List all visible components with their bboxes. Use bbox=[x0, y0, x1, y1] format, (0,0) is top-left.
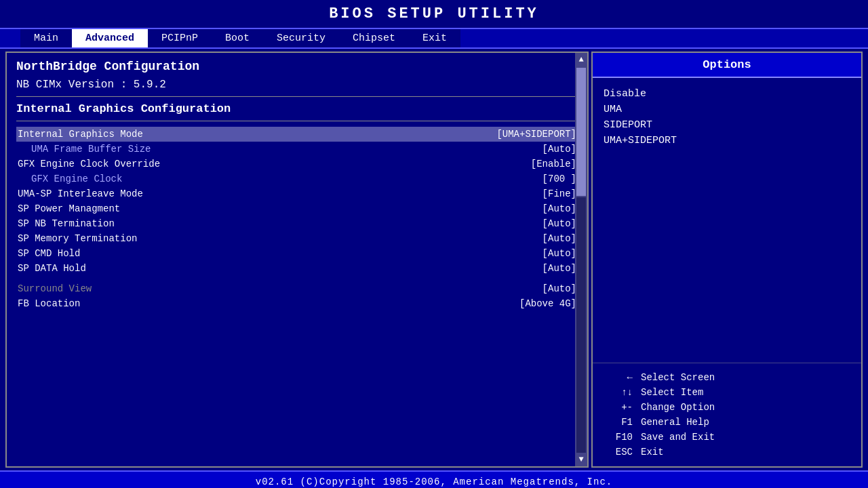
config-label-1: UMA Frame Buffer Size bbox=[18, 144, 151, 155]
option-sideport[interactable]: SIDEPORT bbox=[604, 117, 850, 133]
nav-tab-pcipnp[interactable]: PCIPnP bbox=[148, 29, 212, 47]
config-value-4: [Fine] bbox=[542, 188, 576, 199]
key-esc: ESC bbox=[604, 447, 641, 458]
config-row-8[interactable]: SP CMD Hold [Auto] bbox=[16, 246, 578, 261]
config-row-6[interactable]: SP NB Termination [Auto] bbox=[16, 216, 578, 231]
nav-tab-chipset[interactable]: Chipset bbox=[339, 29, 409, 47]
bios-title: BIOS SETUP UTILITY bbox=[329, 5, 539, 22]
action-select-screen: Select Screen bbox=[641, 372, 715, 383]
keybind-select-item: ↑↓ Select Item bbox=[604, 385, 850, 400]
nav-tab-main[interactable]: Main bbox=[20, 29, 72, 47]
nav-bar: Main Advanced PCIPnP Boot Security Chips… bbox=[0, 28, 868, 49]
version-text: NB CIMx Version : 5.9.2 bbox=[16, 79, 578, 91]
title-bar: BIOS SETUP UTILITY bbox=[0, 0, 868, 28]
divider-1 bbox=[16, 96, 578, 97]
config-label-2: GFX Engine Clock Override bbox=[18, 159, 160, 169]
config-row-3[interactable]: GFX Engine Clock [700 ] bbox=[16, 171, 578, 186]
config-label-0: Internal Graphics Mode bbox=[18, 129, 143, 140]
action-exit: Exit bbox=[641, 447, 664, 458]
config-label-7: SP Memory Termination bbox=[18, 233, 137, 244]
config-label-6: SP NB Termination bbox=[18, 218, 115, 229]
nav-tab-exit[interactable]: Exit bbox=[409, 29, 460, 47]
config-value-3: [700 ] bbox=[542, 174, 576, 184]
keybind-select-screen: ← Select Screen bbox=[604, 370, 850, 385]
scrollbar[interactable]: ▲ ▼ bbox=[575, 53, 587, 466]
config-label-5: SP Power Managment bbox=[18, 203, 120, 214]
keybind-change-option: +- Change Option bbox=[604, 400, 850, 415]
key-arrow-left: ← bbox=[604, 372, 641, 383]
config-value-5: [Auto] bbox=[542, 203, 576, 214]
key-plus-minus: +- bbox=[604, 402, 641, 413]
config-value-10: [Auto] bbox=[542, 283, 576, 294]
scroll-thumb[interactable] bbox=[576, 68, 586, 196]
config-row-1[interactable]: UMA Frame Buffer Size [Auto] bbox=[16, 142, 578, 157]
keybind-esc: ESC Exit bbox=[604, 445, 850, 460]
scroll-up-arrow[interactable]: ▲ bbox=[578, 53, 583, 66]
sub-section-title: Internal Graphics Configuration bbox=[16, 102, 578, 115]
config-row-11[interactable]: FB Location [Above 4G] bbox=[16, 296, 578, 311]
key-f1: F1 bbox=[604, 417, 641, 428]
keybind-f1: F1 General Help bbox=[604, 415, 850, 430]
action-general-help: General Help bbox=[641, 417, 709, 428]
config-value-1: [Auto] bbox=[542, 144, 576, 155]
options-list: Disable UMA SIDEPORT UMA+SIDEPORT bbox=[593, 78, 861, 363]
keybindings: ← Select Screen ↑↓ Select Item +- Change… bbox=[593, 363, 861, 466]
main-content: NorthBridge Configuration NB CIMx Versio… bbox=[5, 52, 863, 468]
options-header: Options bbox=[593, 53, 861, 78]
option-disable[interactable]: Disable bbox=[604, 86, 850, 102]
config-label-8: SP CMD Hold bbox=[18, 248, 80, 259]
config-value-11: [Above 4G] bbox=[519, 298, 576, 309]
option-uma-sideport[interactable]: UMA+SIDEPORT bbox=[604, 133, 850, 148]
config-label-9: SP DATA Hold bbox=[18, 263, 86, 274]
config-row-9[interactable]: SP DATA Hold [Auto] bbox=[16, 261, 578, 276]
action-save-exit: Save and Exit bbox=[641, 432, 715, 443]
config-row-5[interactable]: SP Power Managment [Auto] bbox=[16, 201, 578, 216]
action-select-item: Select Item bbox=[641, 387, 703, 398]
config-row-0[interactable]: Internal Graphics Mode [UMA+SIDEPORT] bbox=[16, 127, 578, 142]
section-title: NorthBridge Configuration bbox=[16, 60, 578, 73]
config-label-10: Surround View bbox=[18, 283, 92, 294]
copyright-text: v02.61 (C)Copyright 1985-2006, American … bbox=[256, 476, 612, 487]
keybind-f10: F10 Save and Exit bbox=[604, 430, 850, 445]
config-row-2[interactable]: GFX Engine Clock Override [Enable] bbox=[16, 157, 578, 171]
left-panel: NorthBridge Configuration NB CIMx Versio… bbox=[5, 52, 589, 468]
config-value-9: [Auto] bbox=[542, 263, 576, 274]
key-f10: F10 bbox=[604, 432, 641, 443]
config-row-7[interactable]: SP Memory Termination [Auto] bbox=[16, 231, 578, 246]
config-label-3: GFX Engine Clock bbox=[18, 174, 122, 184]
config-value-8: [Auto] bbox=[542, 248, 576, 259]
config-value-0: [UMA+SIDEPORT] bbox=[496, 129, 576, 140]
action-change-option: Change Option bbox=[641, 402, 715, 413]
scroll-down-arrow[interactable]: ▼ bbox=[578, 453, 583, 466]
config-label-11: FB Location bbox=[18, 298, 80, 309]
config-value-6: [Auto] bbox=[542, 218, 576, 229]
config-row-10[interactable]: Surround View [Auto] bbox=[16, 281, 578, 296]
key-up-down: ↑↓ bbox=[604, 387, 641, 398]
nav-tab-security[interactable]: Security bbox=[263, 29, 339, 47]
config-row-4[interactable]: UMA-SP Interleave Mode [Fine] bbox=[16, 186, 578, 201]
bottom-bar: v02.61 (C)Copyright 1985-2006, American … bbox=[0, 470, 868, 488]
config-value-2: [Enable] bbox=[531, 159, 576, 169]
nav-tab-boot[interactable]: Boot bbox=[212, 29, 263, 47]
config-value-7: [Auto] bbox=[542, 233, 576, 244]
option-uma[interactable]: UMA bbox=[604, 102, 850, 117]
right-panel: Options Disable UMA SIDEPORT UMA+SIDEPOR… bbox=[591, 52, 863, 468]
divider-2 bbox=[16, 121, 578, 121]
nav-tab-advanced[interactable]: Advanced bbox=[72, 29, 148, 47]
scroll-track bbox=[576, 197, 586, 453]
config-label-4: UMA-SP Interleave Mode bbox=[18, 188, 143, 199]
